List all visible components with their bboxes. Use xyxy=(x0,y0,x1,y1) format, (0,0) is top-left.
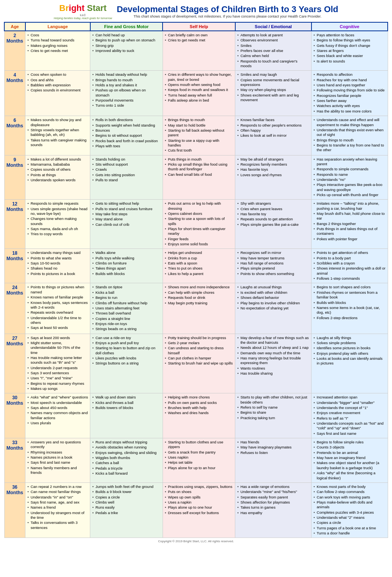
list-item: Says first and last name xyxy=(27,460,88,465)
list-item: Smiles and may laugh xyxy=(237,72,309,77)
selfhelp-cell: Starting to button clothes and use zippe… xyxy=(163,438,235,483)
list-item: Opens cabinet doors xyxy=(165,211,233,216)
col-header-age: Age xyxy=(4,22,25,31)
list-item: Says about 450 words xyxy=(27,406,88,410)
list-item: Demands own way much of the time xyxy=(237,351,309,355)
list-item: Pushes up on elbows when on stomach xyxy=(92,88,160,98)
list-item: Follows 1-step commands xyxy=(313,276,385,281)
table-row: 24 MonthsPoints to things or pictures wh… xyxy=(4,283,388,334)
list-item: Has separation anxiety when leaving pare… xyxy=(313,157,385,167)
list-item: Copies some movements and facial express… xyxy=(237,78,309,88)
list-item: Responds to affection xyxy=(313,72,385,77)
list-item: Eats with a spoon xyxy=(165,261,233,266)
list-item: Can briefly calm on own xyxy=(165,33,233,38)
motor-cell: Gets to sitting without helpPulls to sta… xyxy=(90,200,163,249)
list-item: Might stutter some, understandable 50-75… xyxy=(27,341,88,355)
list-item: Shows more and more independence xyxy=(165,285,233,289)
logo-area: Bright Start LLC Helping families today,… xyxy=(54,3,112,20)
motor-cell: Stands on tiptoeKicks a ballBegins to ru… xyxy=(90,283,163,334)
cognitive-cell: Begins to follow simple rulesCounts 3 ob… xyxy=(311,438,388,483)
list-item: Puts out arms or leg to help with dressi… xyxy=(165,201,233,211)
list-item: Improved ability to suck xyxy=(92,48,160,53)
list-item: Shows interest in pretending with a doll… xyxy=(313,266,385,276)
list-item: Begins to follow things with eyes xyxy=(313,38,385,43)
selfhelp-cell: Helping with more choresPulls on own pan… xyxy=(163,393,235,438)
list-item: May have imaginary playmates xyxy=(237,445,309,450)
motor-cell: Stands holding onSits without supportCra… xyxy=(90,155,163,200)
table-row: 12 MonthsResponds to simple requestsUses… xyxy=(4,200,388,249)
list-item: May stand alone xyxy=(92,217,160,222)
age-cell: 33 Months xyxy=(4,438,25,483)
list-item: Names pictures in a book xyxy=(27,455,88,460)
list-item: Pays attention to faces xyxy=(313,33,385,38)
motor-cell: Runs and stops without trippingAvoids ob… xyxy=(90,438,163,483)
list-item: Understands "bigger" and "smaller" xyxy=(313,400,385,405)
list-item: Runs easily xyxy=(92,505,160,510)
list-item: Bangs 2 things together xyxy=(313,222,385,226)
list-item: Pulls to stand xyxy=(92,178,160,182)
list-item: Understands many things said xyxy=(27,250,88,255)
list-item: Cries when parent leaves xyxy=(237,207,309,211)
list-item: Gets a snack from the pantry xyxy=(165,450,233,455)
list-item: Helps get undressed xyxy=(165,250,233,255)
list-item: Needs about 12 hours of sleep and 1 nap xyxy=(237,345,309,350)
list-item: Responds to simple requests xyxy=(27,201,88,206)
list-item: Enjoys ride-on toys xyxy=(92,322,160,326)
list-item: Points to things or pictures when named xyxy=(27,285,88,295)
list-item: Requests food or drink xyxy=(165,295,233,300)
list-item: Responds to name xyxy=(313,172,385,177)
list-item: Knows most parts of the body xyxy=(313,484,385,489)
list-item: Picks up cereal with thumb and finger xyxy=(313,193,385,197)
list-item: Laughs at unusual things xyxy=(237,285,309,289)
cognitive-cell: Responds to affectionReaches for toy wit… xyxy=(311,71,388,116)
list-item: Oos and ahhs xyxy=(27,78,88,82)
list-item: Says mama, dada and uh oh xyxy=(27,227,88,231)
list-item: Can follow 2-step commands xyxy=(313,489,385,494)
list-item: Calms when held xyxy=(237,54,309,58)
list-item: Shakes head no xyxy=(27,266,88,271)
list-item: Climbs off furniture without help xyxy=(92,301,160,305)
list-item: Kicks a ball forward xyxy=(92,471,160,476)
list-item: Uses plurals xyxy=(27,421,88,425)
list-item: Has the ability to see more colors xyxy=(313,109,385,114)
list-item: Strings beads on a string xyxy=(92,327,160,331)
cognitive-cell: Imitates more – "talking" into a phone, … xyxy=(311,200,388,249)
language-cell: Can repeat 2 numbers in a rowCan name mo… xyxy=(25,482,90,538)
list-item: Makes up songs xyxy=(27,386,88,391)
list-item: Uses a napkin xyxy=(165,500,233,505)
list-item: Pedals a trike xyxy=(92,511,160,515)
list-item: Laughs at silly things xyxy=(313,336,385,340)
list-item: Pretends to be an animal xyxy=(313,450,385,455)
motor-cell: Can hold head upBegins to push up when o… xyxy=(90,31,163,71)
list-item: Walks alone xyxy=(92,250,160,255)
list-item: Copies a straight line xyxy=(92,316,160,321)
list-item: Stands holding on xyxy=(92,157,160,162)
list-item: Plays interactive games like peek-a-boo … xyxy=(313,182,385,192)
list-item: Attempts to look at parent xyxy=(237,33,309,38)
col-header-selfhelp: Self Help xyxy=(163,22,235,31)
list-item: Plays simple games like pat-a-cake xyxy=(237,222,309,227)
list-item: Understood by strangers most of the time xyxy=(27,511,88,520)
list-item: Can undress and starting to dress himsel… xyxy=(165,346,233,355)
list-item: Has favorite toys xyxy=(237,167,309,172)
list-item: May have temper tantrums xyxy=(237,256,309,261)
list-item: Cries to get needs met xyxy=(165,38,233,43)
cognitive-cell: Points to get attention of othersPoints … xyxy=(311,249,388,283)
list-item: May start to hold bottle xyxy=(165,123,233,128)
list-item: May be afraid of strangers xyxy=(237,157,309,162)
list-item: Uses hand and eyes together xyxy=(313,83,385,88)
social-cell: Has a wide range of emotionsUnderstands … xyxy=(235,482,311,538)
list-item: Knows familiar faces xyxy=(237,118,309,122)
list-item: Gets into sitting position xyxy=(92,173,160,177)
list-item: Knows body parts, says sentences with 2-… xyxy=(27,300,88,310)
table-row: 18 MonthsUnderstands many things saidPoi… xyxy=(4,249,388,283)
list-item: Knows names of familiar people xyxy=(27,295,88,300)
list-item: Refuses to listen xyxy=(237,450,309,455)
logo-text: Bright Start xyxy=(59,3,107,13)
list-item: Stands on tiptoe xyxy=(92,285,160,289)
list-item: Wiggles both thumbs xyxy=(92,456,160,460)
social-cell: Has friendsMay have imaginary playmatesR… xyxy=(235,438,311,483)
list-item: Bounces xyxy=(92,128,160,133)
list-item: Starting to button clothes and use zippe… xyxy=(165,440,233,450)
list-item: Coos xyxy=(27,33,88,38)
